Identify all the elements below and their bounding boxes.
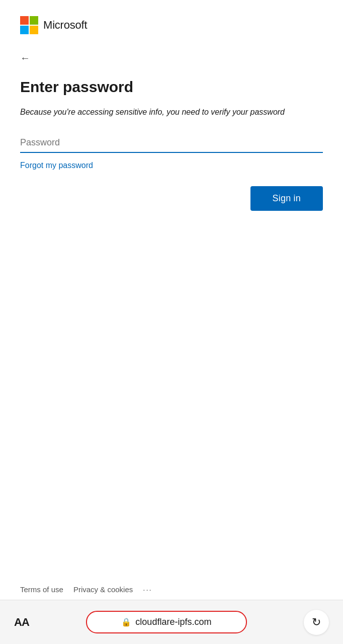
forgot-password-link[interactable]: Forgot my password: [20, 161, 93, 170]
sign-in-button[interactable]: Sign in: [250, 186, 323, 211]
browser-aa-button[interactable]: AA: [14, 616, 29, 629]
reload-icon: ↻: [312, 616, 321, 629]
back-arrow-icon: ←: [20, 52, 30, 64]
ms-logo-grid-icon: [20, 16, 38, 34]
privacy-cookies-link[interactable]: Privacy & cookies: [73, 585, 133, 594]
ms-logo-text: Microsoft: [43, 19, 87, 32]
browser-url-text: cloudflare-ipfs.com: [135, 617, 211, 627]
page-title: Enter password: [20, 78, 323, 96]
footer-more-icon[interactable]: ···: [143, 585, 152, 594]
microsoft-logo: Microsoft: [20, 16, 323, 34]
reload-button[interactable]: ↻: [304, 610, 329, 635]
browser-bar: AA 🔒 cloudflare-ipfs.com ↻: [0, 600, 343, 644]
back-button[interactable]: ←: [20, 50, 30, 66]
page-subtitle: Because you're accessing sensitive info,…: [20, 106, 312, 118]
browser-url-box[interactable]: 🔒 cloudflare-ipfs.com: [86, 611, 247, 633]
footer-links: Terms of use Privacy & cookies ···: [0, 585, 343, 594]
password-input-wrapper: [20, 132, 323, 153]
lock-icon: 🔒: [121, 617, 131, 627]
password-input[interactable]: [20, 132, 323, 153]
sign-in-row: Sign in: [20, 186, 323, 211]
terms-of-use-link[interactable]: Terms of use: [20, 585, 63, 594]
